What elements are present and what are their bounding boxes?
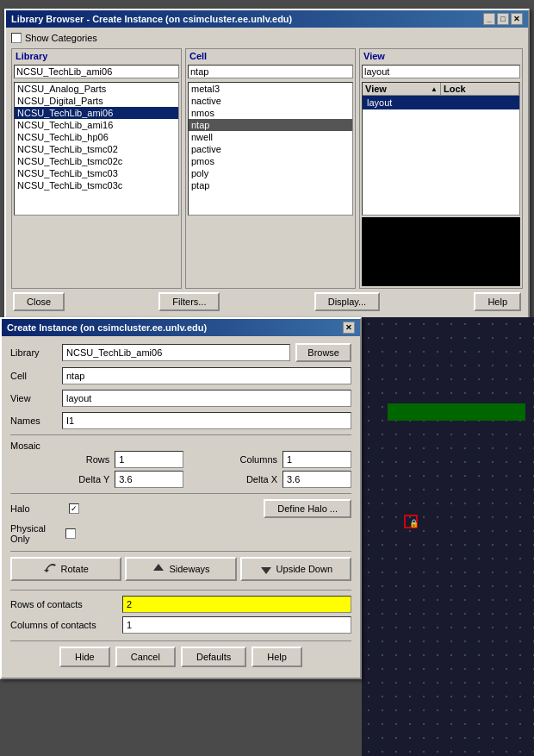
columns-input[interactable]: [283, 451, 351, 468]
view-preview-area: [362, 217, 520, 286]
columns-of-contacts-input[interactable]: [122, 616, 351, 634]
lock-column-header[interactable]: Lock: [441, 83, 519, 95]
view-panel: View View ▲ Lock layout: [359, 48, 523, 289]
view-search-input[interactable]: [362, 65, 520, 78]
divider-4: [10, 590, 351, 590]
defaults-button[interactable]: Defaults: [181, 647, 246, 667]
list-item[interactable]: pactive: [189, 143, 352, 155]
library-row: Library Browse: [10, 343, 351, 362]
rows-of-contacts-row: Rows of contacts: [10, 596, 351, 613]
list-item[interactable]: poly: [189, 167, 352, 179]
physical-only-row: Physical Only: [10, 523, 351, 544]
create-instance-dialog: Create Instance (on csimcluster.ee.unlv.…: [0, 317, 362, 679]
list-item[interactable]: nmos: [189, 107, 352, 119]
list-item[interactable]: NCSU_TechLib_ami06: [15, 107, 178, 119]
view-column-header[interactable]: View ▲: [363, 83, 441, 95]
hide-button[interactable]: Hide: [59, 647, 110, 667]
cancel-button[interactable]: Cancel: [115, 647, 176, 667]
list-item[interactable]: NCSU_TechLib_hp06: [15, 131, 178, 143]
create-instance-footer: Hide Cancel Defaults Help: [10, 640, 351, 671]
list-item[interactable]: ntap: [189, 119, 352, 131]
upside-down-label: Upside Down: [276, 564, 332, 574]
ci-help-button[interactable]: Help: [251, 647, 302, 667]
library-field-input[interactable]: [62, 344, 290, 361]
svg-text:🔒: 🔒: [409, 518, 419, 528]
filters-button[interactable]: Filters...: [158, 292, 220, 311]
define-halo-button[interactable]: Define Halo ...: [264, 499, 351, 518]
physical-only-label: Physical Only: [10, 523, 62, 544]
delta-y-label: Delta Y: [28, 474, 109, 484]
mosaic-label: Mosaic: [10, 440, 40, 451]
divider-3: [10, 551, 351, 552]
list-item[interactable]: nactive: [189, 95, 352, 107]
create-instance-close-button[interactable]: ✕: [343, 322, 355, 334]
list-item[interactable]: NCSU_Analog_Parts: [15, 83, 178, 95]
orientation-row: Rotate Sideways Upside Down: [10, 557, 351, 581]
cell-list[interactable]: metal3 nactive nmos ntap nwell pactive p…: [188, 82, 353, 216]
cell-search-input[interactable]: [188, 65, 353, 78]
rotate-button[interactable]: Rotate: [10, 557, 121, 581]
list-item[interactable]: NCSU_TechLib_tsmc03c: [15, 179, 178, 191]
list-item[interactable]: NCSU_TechLib_ami16: [15, 119, 178, 131]
list-item[interactable]: NCSU_TechLib_tsmc03: [15, 167, 178, 179]
view-field-input[interactable]: [62, 390, 351, 407]
rows-of-contacts-input[interactable]: [122, 596, 351, 613]
halo-checkbox[interactable]: [69, 503, 79, 514]
delta-x-input[interactable]: [283, 471, 351, 488]
sideways-button[interactable]: Sideways: [125, 557, 236, 581]
library-search-input[interactable]: [14, 65, 179, 78]
names-field-label: Names: [10, 415, 62, 426]
library-browser-buttons: Close Filters... Display... Help: [11, 289, 523, 315]
lock-col-label: Lock: [444, 84, 466, 94]
physical-only-checkbox[interactable]: [65, 528, 76, 539]
list-item[interactable]: nwell: [189, 131, 352, 143]
mosaic-grid: Rows Columns Delta Y Delta X: [10, 451, 351, 488]
contacts-section: Rows of contacts Columns of contacts: [10, 596, 351, 634]
library-browser-window: Library Browser - Create Instance (on cs…: [4, 9, 530, 322]
library-list[interactable]: NCSU_Analog_Parts NCSU_Digital_Parts NCS…: [14, 82, 179, 216]
maximize-button[interactable]: □: [497, 13, 509, 25]
cell-panel-header: Cell: [186, 49, 355, 63]
show-categories-checkbox[interactable]: [11, 33, 22, 43]
library-field-label: Library: [10, 347, 62, 358]
library-browser-title-bar: Library Browser - Create Instance (on cs…: [6, 10, 528, 28]
cell-panel: Cell metal3 nactive nmos ntap nwell pact…: [185, 48, 356, 289]
show-categories-label: Show Categories: [25, 33, 97, 43]
view-field-label: View: [10, 393, 62, 403]
browse-button[interactable]: Browse: [295, 343, 351, 362]
delta-x-label: Delta X: [189, 474, 277, 484]
cell-field-input[interactable]: [62, 367, 351, 384]
view-table: View ▲ Lock layout: [362, 82, 520, 216]
svg-marker-8: [261, 567, 271, 574]
list-item[interactable]: NCSU_TechLib_tsmc02c: [15, 155, 178, 167]
cell-field-label: Cell: [10, 371, 62, 381]
divider-1: [10, 434, 351, 435]
halo-label: Halo: [10, 503, 62, 514]
list-item[interactable]: NCSU_TechLib_tsmc02: [15, 143, 178, 155]
halo-row: Halo Define Halo ...: [10, 499, 351, 518]
library-panel-header: Library: [12, 49, 181, 63]
rows-input[interactable]: [115, 451, 183, 468]
upside-down-button[interactable]: Upside Down: [240, 557, 351, 581]
view-table-header: View ▲ Lock: [363, 83, 519, 96]
rotate-icon: [43, 562, 57, 576]
view-col-label: View: [365, 84, 387, 94]
svg-rect-3: [388, 403, 525, 421]
create-instance-title-bar: Create Instance (on csimcluster.ee.unlv.…: [2, 319, 360, 336]
create-instance-body: Library Browse Cell View Names Mosaic Ro…: [2, 336, 360, 678]
delta-y-input[interactable]: [115, 471, 183, 488]
help-button[interactable]: Help: [474, 292, 521, 311]
view-table-row[interactable]: layout: [363, 96, 519, 109]
view-cell: layout: [365, 97, 441, 109]
close-window-button[interactable]: ✕: [511, 13, 523, 25]
list-item[interactable]: metal3: [189, 83, 352, 95]
display-button[interactable]: Display...: [314, 292, 380, 311]
rotate-label: Rotate: [60, 564, 88, 574]
minimize-button[interactable]: _: [483, 13, 495, 25]
svg-marker-7: [153, 564, 164, 571]
names-field-input[interactable]: [62, 412, 351, 429]
list-item[interactable]: pmos: [189, 155, 352, 167]
close-button[interactable]: Close: [13, 292, 65, 311]
list-item[interactable]: ptap: [189, 179, 352, 191]
list-item[interactable]: NCSU_Digital_Parts: [15, 95, 178, 107]
